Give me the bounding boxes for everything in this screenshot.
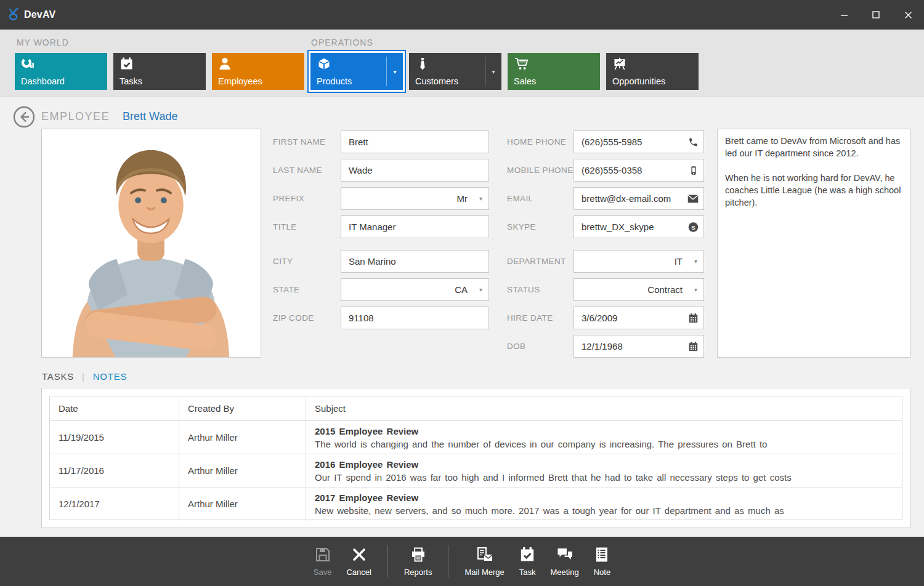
department-label: DEPARTMENT	[507, 250, 566, 273]
subject-title: 2017 Employee Review	[315, 488, 902, 504]
maximize-button[interactable]	[860, 0, 892, 30]
subject-text: The world is changing and the number of …	[315, 438, 902, 451]
mobile-phone-label: MOBILE PHONE	[507, 159, 573, 182]
table-row[interactable]: 11/17/2016 Arthur Miller 2016 Employee R…	[50, 454, 902, 488]
note-label: Note	[594, 568, 610, 577]
tab-notes[interactable]: NOTES	[93, 371, 128, 382]
tile-products[interactable]: Products ▾	[310, 53, 403, 90]
devav-logo-icon	[8, 6, 20, 23]
mobile-phone-field[interactable]: (626)555-0358	[573, 159, 704, 182]
email-field[interactable]: brettw@dx-email.com	[573, 187, 704, 210]
envelope-icon	[687, 194, 699, 203]
zip-code-field[interactable]: 91108	[341, 307, 489, 329]
cell-subject: 2016 Employee Review Our IT spend in 201…	[306, 454, 902, 487]
task-button[interactable]: Task	[519, 547, 536, 577]
tile-employees[interactable]: Employees	[212, 53, 304, 90]
app-logo: DevAV	[8, 6, 55, 23]
save-label: Save	[314, 568, 332, 577]
skype-value: brettw_DX_skype	[582, 216, 654, 238]
state-value: CA	[455, 279, 468, 300]
home-phone-field[interactable]: (626)555-5985	[573, 130, 704, 153]
mobile-phone-icon	[689, 165, 699, 175]
table-row[interactable]: 11/19/2015 Arthur Miller 2015 Employee R…	[50, 421, 902, 454]
save-icon	[315, 547, 331, 564]
city-field[interactable]: San Marino	[341, 250, 489, 273]
notes-table-container: Date Created By Subject 11/19/2015 Arthu…	[41, 388, 910, 528]
task-label: Task	[519, 568, 536, 577]
last-name-field[interactable]: Wade	[341, 159, 489, 182]
department-value: IT	[675, 251, 683, 272]
tile-label: Customers	[415, 76, 458, 86]
column-header-subject[interactable]: Subject	[306, 396, 902, 420]
group-label-operations: OPERATIONS	[311, 38, 373, 47]
home-phone-label: HOME PHONE	[507, 130, 566, 153]
calendar-check-icon	[120, 57, 134, 74]
title-label: TITLE	[273, 215, 297, 238]
tile-customers[interactable]: Customers ▾	[409, 53, 501, 90]
customers-dropdown-button[interactable]: ▾	[485, 57, 501, 86]
group-label-my-world: MY WORLD	[17, 38, 69, 47]
chevron-down-icon: ▾	[393, 68, 396, 75]
save-button[interactable]: Save	[314, 547, 332, 577]
tile-opportunities[interactable]: Opportunities	[606, 53, 699, 90]
products-dropdown-button[interactable]: ▾	[386, 57, 403, 86]
close-button[interactable]	[892, 0, 924, 30]
chevron-down-icon: ▾	[479, 279, 482, 300]
tile-sales[interactable]: Sales	[508, 53, 600, 90]
status-label: STATUS	[507, 278, 540, 301]
employee-notes-textarea[interactable]: Brett came to DevAv from Microsoft and h…	[717, 129, 910, 358]
city-value: San Marino	[349, 251, 396, 272]
dob-value: 12/1/1968	[582, 335, 623, 357]
reports-label: Reports	[404, 568, 432, 577]
city-label: CITY	[273, 250, 293, 273]
title-field[interactable]: IT Manager	[341, 215, 489, 238]
dob-field[interactable]: 12/1/1968	[573, 335, 704, 358]
mail-merge-icon	[476, 547, 493, 564]
email-label: EMAIL	[507, 187, 533, 210]
first-name-field[interactable]: Brett	[341, 130, 489, 153]
notes-table: Date Created By Subject 11/19/2015 Arthu…	[49, 396, 902, 520]
state-label: STATE	[273, 278, 300, 301]
note-button[interactable]: Note	[594, 547, 610, 577]
hire-date-field[interactable]: 3/6/2009	[573, 307, 704, 329]
tile-dashboard[interactable]: Dashboard	[15, 53, 107, 90]
bottom-toolbar: Save Cancel Reports	[0, 537, 924, 586]
tile-label: Products	[317, 76, 352, 86]
employee-photo	[41, 129, 261, 358]
table-row[interactable]: 12/1/2017 Arthur Miller 2017 Employee Re…	[50, 488, 902, 521]
back-button[interactable]	[13, 106, 35, 128]
calendar-icon	[688, 313, 699, 323]
prefix-dropdown[interactable]: Mr ▾	[341, 187, 489, 210]
reports-button[interactable]: Reports	[404, 547, 432, 577]
column-header-created-by[interactable]: Created By	[179, 396, 306, 420]
skype-field[interactable]: brettw_DX_skype S	[573, 215, 704, 238]
tie-icon	[415, 57, 430, 74]
zip-code-label: ZIP CODE	[273, 307, 314, 329]
status-dropdown[interactable]: Contract ▾	[573, 278, 704, 301]
table-header-row: Date Created By Subject	[50, 396, 902, 421]
employee-section-label: EMPLOYEE	[41, 110, 110, 122]
meeting-button[interactable]: Meeting	[550, 547, 578, 577]
tile-tasks[interactable]: Tasks	[113, 53, 206, 90]
cell-date: 11/19/2015	[50, 421, 179, 454]
cancel-x-icon	[352, 547, 367, 564]
state-dropdown[interactable]: CA ▾	[341, 278, 489, 301]
department-dropdown[interactable]: IT ▾	[573, 250, 704, 273]
column-header-date[interactable]: Date	[50, 396, 179, 420]
status-value: Contract	[647, 279, 683, 300]
meeting-chat-icon	[556, 547, 573, 564]
mail-merge-button[interactable]: Mail Merge	[464, 547, 504, 577]
cancel-button[interactable]: Cancel	[346, 547, 371, 577]
cell-subject: 2017 Employee Review New website, new se…	[306, 488, 902, 521]
email-value: brettw@dx-email.com	[582, 188, 671, 209]
chevron-down-icon: ▾	[694, 251, 697, 272]
cell-created-by: Arthur Miller	[179, 488, 306, 521]
toolbar-divider	[448, 545, 448, 577]
tab-tasks[interactable]: TASKS	[42, 371, 74, 382]
cell-subject: 2015 Employee Review The world is changi…	[306, 421, 902, 454]
minimize-button[interactable]	[828, 0, 860, 30]
tile-label: Tasks	[120, 76, 142, 86]
dashboard-chart-icon	[21, 57, 36, 74]
window-controls	[828, 0, 924, 30]
tile-label: Sales	[514, 76, 536, 86]
